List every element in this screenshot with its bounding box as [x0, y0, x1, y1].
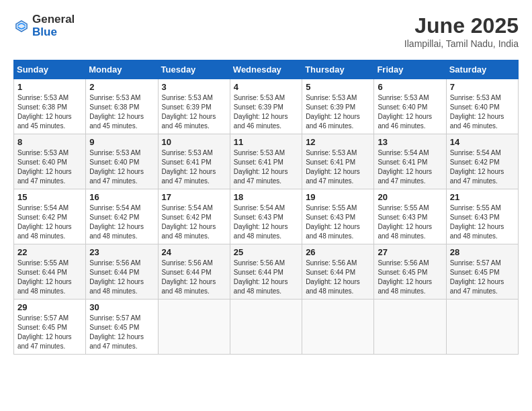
day-number: 14 — [450, 137, 515, 147]
day-info: Sunrise: 5:53 AMSunset: 6:41 PMDaylight:… — [234, 148, 298, 186]
day-info: Sunrise: 5:54 AMSunset: 6:42 PMDaylight:… — [162, 203, 226, 241]
day-number: 11 — [234, 137, 298, 147]
day-info: Sunrise: 5:57 AMSunset: 6:45 PMDaylight:… — [17, 314, 82, 351]
calendar-cell: 13Sunrise: 5:54 AMSunset: 6:41 PMDayligh… — [374, 134, 446, 189]
day-info: Sunrise: 5:56 AMSunset: 6:44 PMDaylight:… — [234, 259, 298, 296]
calendar-cell — [158, 300, 230, 355]
location: Ilampillai, Tamil Nadu, India — [404, 38, 519, 49]
calendar-cell: 2Sunrise: 5:53 AMSunset: 6:38 PMDaylight… — [86, 79, 158, 134]
calendar-cell — [374, 300, 446, 355]
day-number: 24 — [162, 247, 226, 257]
calendar-cell: 3Sunrise: 5:53 AMSunset: 6:39 PMDaylight… — [158, 79, 230, 134]
logo-general: General — [32, 13, 75, 26]
day-info: Sunrise: 5:54 AMSunset: 6:42 PMDaylight:… — [450, 148, 515, 186]
logo-text: General Blue — [32, 13, 75, 38]
day-info: Sunrise: 5:54 AMSunset: 6:42 PMDaylight:… — [17, 203, 82, 241]
page-header: General Blue June 2025 Ilampillai, Tamil… — [13, 13, 519, 49]
calendar-cell — [230, 300, 302, 355]
day-number: 2 — [89, 82, 154, 92]
svg-marker-0 — [15, 19, 28, 32]
day-number: 12 — [306, 137, 370, 147]
calendar-table: SundayMondayTuesdayWednesdayThursdayFrid… — [13, 60, 519, 355]
day-number: 27 — [378, 247, 442, 257]
day-number: 21 — [450, 192, 515, 202]
calendar-cell: 23Sunrise: 5:56 AMSunset: 6:44 PMDayligh… — [86, 244, 158, 300]
calendar-cell: 9Sunrise: 5:53 AMSunset: 6:40 PMDaylight… — [86, 134, 158, 189]
day-info: Sunrise: 5:54 AMSunset: 6:43 PMDaylight:… — [234, 203, 298, 241]
calendar-cell: 15Sunrise: 5:54 AMSunset: 6:42 PMDayligh… — [14, 189, 86, 244]
calendar-cell: 24Sunrise: 5:56 AMSunset: 6:44 PMDayligh… — [158, 244, 230, 300]
day-info: Sunrise: 5:53 AMSunset: 6:41 PMDaylight:… — [306, 148, 370, 186]
month-title: June 2025 — [404, 13, 519, 38]
day-info: Sunrise: 5:56 AMSunset: 6:45 PMDaylight:… — [378, 259, 442, 296]
calendar-cell: 29Sunrise: 5:57 AMSunset: 6:45 PMDayligh… — [14, 300, 86, 355]
day-number: 19 — [306, 192, 370, 202]
calendar-cell: 27Sunrise: 5:56 AMSunset: 6:45 PMDayligh… — [374, 244, 446, 300]
logo-blue: Blue — [32, 26, 75, 39]
calendar-header-thursday: Thursday — [302, 60, 374, 79]
day-number: 23 — [89, 247, 154, 257]
day-info: Sunrise: 5:55 AMSunset: 6:43 PMDaylight:… — [450, 203, 515, 241]
calendar-cell: 19Sunrise: 5:55 AMSunset: 6:43 PMDayligh… — [302, 189, 374, 244]
day-number: 10 — [162, 137, 226, 147]
calendar-cell — [446, 300, 518, 355]
calendar-cell: 18Sunrise: 5:54 AMSunset: 6:43 PMDayligh… — [230, 189, 302, 244]
calendar-cell: 4Sunrise: 5:53 AMSunset: 6:39 PMDaylight… — [230, 79, 302, 134]
logo-icon — [13, 18, 30, 34]
day-info: Sunrise: 5:56 AMSunset: 6:44 PMDaylight:… — [89, 259, 154, 296]
calendar-header-tuesday: Tuesday — [158, 60, 230, 79]
calendar-cell: 30Sunrise: 5:57 AMSunset: 6:45 PMDayligh… — [86, 300, 158, 355]
day-number: 30 — [89, 302, 154, 312]
day-info: Sunrise: 5:53 AMSunset: 6:39 PMDaylight:… — [162, 93, 226, 131]
day-info: Sunrise: 5:55 AMSunset: 6:43 PMDaylight:… — [306, 203, 370, 241]
day-number: 26 — [306, 247, 370, 257]
calendar-cell — [302, 300, 374, 355]
day-number: 1 — [17, 82, 82, 92]
day-number: 15 — [17, 192, 82, 202]
calendar-header-friday: Friday — [374, 60, 446, 79]
calendar-week-1: 1Sunrise: 5:53 AMSunset: 6:38 PMDaylight… — [14, 79, 519, 134]
day-info: Sunrise: 5:57 AMSunset: 6:45 PMDaylight:… — [450, 259, 515, 296]
calendar-cell: 17Sunrise: 5:54 AMSunset: 6:42 PMDayligh… — [158, 189, 230, 244]
calendar-cell: 22Sunrise: 5:55 AMSunset: 6:44 PMDayligh… — [14, 244, 86, 300]
day-number: 6 — [378, 82, 442, 92]
day-info: Sunrise: 5:55 AMSunset: 6:43 PMDaylight:… — [378, 203, 442, 241]
calendar-cell: 16Sunrise: 5:54 AMSunset: 6:42 PMDayligh… — [86, 189, 158, 244]
calendar-cell: 20Sunrise: 5:55 AMSunset: 6:43 PMDayligh… — [374, 189, 446, 244]
day-number: 13 — [378, 137, 442, 147]
day-number: 29 — [17, 302, 82, 312]
day-info: Sunrise: 5:53 AMSunset: 6:40 PMDaylight:… — [17, 148, 82, 186]
day-number: 16 — [89, 192, 154, 202]
calendar-cell: 12Sunrise: 5:53 AMSunset: 6:41 PMDayligh… — [302, 134, 374, 189]
day-info: Sunrise: 5:54 AMSunset: 6:41 PMDaylight:… — [378, 148, 442, 186]
calendar-cell: 25Sunrise: 5:56 AMSunset: 6:44 PMDayligh… — [230, 244, 302, 300]
day-info: Sunrise: 5:53 AMSunset: 6:39 PMDaylight:… — [306, 93, 370, 131]
day-info: Sunrise: 5:56 AMSunset: 6:44 PMDaylight:… — [162, 259, 226, 296]
day-number: 25 — [234, 247, 298, 257]
calendar-cell: 11Sunrise: 5:53 AMSunset: 6:41 PMDayligh… — [230, 134, 302, 189]
calendar-week-3: 15Sunrise: 5:54 AMSunset: 6:42 PMDayligh… — [14, 189, 519, 244]
day-info: Sunrise: 5:53 AMSunset: 6:41 PMDaylight:… — [162, 148, 226, 186]
calendar-cell: 10Sunrise: 5:53 AMSunset: 6:41 PMDayligh… — [158, 134, 230, 189]
calendar-week-5: 29Sunrise: 5:57 AMSunset: 6:45 PMDayligh… — [14, 300, 519, 355]
calendar-week-2: 8Sunrise: 5:53 AMSunset: 6:40 PMDaylight… — [14, 134, 519, 189]
calendar-header-monday: Monday — [86, 60, 158, 79]
calendar-header-sunday: Sunday — [14, 60, 86, 79]
day-number: 20 — [378, 192, 442, 202]
day-number: 18 — [234, 192, 298, 202]
calendar-cell: 1Sunrise: 5:53 AMSunset: 6:38 PMDaylight… — [14, 79, 86, 134]
day-number: 28 — [450, 247, 515, 257]
calendar-cell: 6Sunrise: 5:53 AMSunset: 6:40 PMDaylight… — [374, 79, 446, 134]
day-info: Sunrise: 5:53 AMSunset: 6:38 PMDaylight:… — [89, 93, 154, 131]
calendar-cell: 8Sunrise: 5:53 AMSunset: 6:40 PMDaylight… — [14, 134, 86, 189]
calendar-cell: 5Sunrise: 5:53 AMSunset: 6:39 PMDaylight… — [302, 79, 374, 134]
calendar-header-wednesday: Wednesday — [230, 60, 302, 79]
calendar-week-4: 22Sunrise: 5:55 AMSunset: 6:44 PMDayligh… — [14, 244, 519, 300]
day-number: 4 — [234, 82, 298, 92]
day-info: Sunrise: 5:55 AMSunset: 6:44 PMDaylight:… — [17, 259, 82, 296]
title-section: June 2025 Ilampillai, Tamil Nadu, India — [404, 13, 519, 49]
day-info: Sunrise: 5:53 AMSunset: 6:40 PMDaylight:… — [89, 148, 154, 186]
day-info: Sunrise: 5:57 AMSunset: 6:45 PMDaylight:… — [89, 314, 154, 351]
day-info: Sunrise: 5:53 AMSunset: 6:40 PMDaylight:… — [378, 93, 442, 131]
day-info: Sunrise: 5:53 AMSunset: 6:39 PMDaylight:… — [234, 93, 298, 131]
